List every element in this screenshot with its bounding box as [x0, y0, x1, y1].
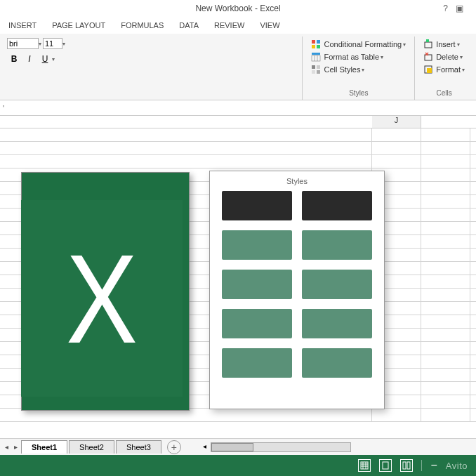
format-icon	[423, 65, 433, 74]
insert-button[interactable]: Insert ▾	[421, 38, 468, 51]
bold-button[interactable]: B	[7, 52, 21, 66]
excel-x-icon: X	[66, 226, 138, 371]
svg-rect-2	[312, 45, 315, 48]
svg-rect-24	[383, 462, 388, 469]
svg-rect-3	[317, 45, 320, 48]
page-break-view-button[interactable]	[400, 459, 413, 472]
title-bar: New Workbook - Excel ? ▣	[0, 0, 476, 17]
font-group: ▾ ▾ B I U ▾	[3, 37, 70, 100]
svg-rect-5	[312, 55, 320, 61]
style-swatches	[216, 191, 378, 378]
svg-rect-18	[427, 68, 432, 73]
style-swatch-green[interactable]	[302, 348, 372, 378]
font-size-select[interactable]	[43, 38, 62, 49]
horizontal-scrollbar[interactable]: ◂	[211, 442, 351, 452]
zoom-out-icon[interactable]: −	[430, 459, 437, 472]
tab-view[interactable]: VIEW	[260, 21, 279, 29]
format-as-table-button[interactable]: Format as Table ▾	[308, 51, 409, 63]
scroll-left-icon[interactable]: ◂	[203, 442, 206, 450]
tab-page-layout[interactable]: PAGE LAYOUT	[52, 21, 105, 29]
italic-button[interactable]: I	[22, 52, 37, 66]
styles-popup-title: Styles	[216, 177, 378, 185]
svg-rect-10	[312, 70, 315, 74]
chevron-down-icon: ▾	[462, 67, 465, 73]
cell-styles-icon	[311, 65, 321, 74]
apostrophe-indicator: '	[3, 104, 4, 112]
chevron-down-icon: ▾	[457, 41, 460, 48]
grid-row[interactable]	[0, 155, 476, 168]
chevron-down-icon: ▾	[460, 54, 463, 60]
scroll-thumb[interactable]	[211, 443, 253, 451]
conditional-formatting-button[interactable]: Conditional Formatting ▾	[308, 38, 409, 51]
help-icon[interactable]: ?	[443, 4, 448, 13]
tab-review[interactable]: REVIEW	[214, 21, 244, 29]
sheet-tab-1[interactable]: Sheet1	[21, 440, 67, 454]
cell-styles-button[interactable]: Cell Styles ▾	[308, 63, 409, 76]
chevron-down-icon: ▾	[381, 54, 383, 60]
svg-rect-19	[361, 462, 368, 469]
style-swatch-dark[interactable]	[302, 191, 372, 220]
style-swatch-green[interactable]	[222, 230, 292, 260]
style-swatch-dark[interactable]	[222, 191, 292, 220]
ribbon: ▾ ▾ B I U ▾ Conditional Formatting ▾ For…	[0, 34, 476, 100]
chevron-down-icon: ▾	[403, 41, 406, 48]
svg-rect-12	[425, 42, 432, 48]
page-layout-view-button[interactable]	[379, 459, 392, 472]
font-name-select[interactable]	[7, 38, 39, 49]
tab-nav-prev-icon[interactable]: ◂	[3, 443, 11, 451]
conditional-formatting-icon	[311, 39, 321, 49]
column-headers: J	[0, 116, 476, 128]
svg-rect-0	[312, 40, 315, 44]
tab-data[interactable]: DATA	[179, 21, 199, 29]
format-button[interactable]: Format ▾	[421, 63, 468, 76]
tab-insert[interactable]: INSERT	[8, 21, 37, 29]
tab-formulas[interactable]: FORMULAS	[121, 21, 164, 29]
style-swatch-green[interactable]	[222, 270, 292, 299]
new-sheet-button[interactable]: +	[167, 440, 181, 454]
formula-bar[interactable]: '	[0, 100, 476, 116]
window-title: New Workbook - Excel	[195, 4, 280, 13]
sheet-tab-2[interactable]: Sheet2	[69, 440, 114, 454]
grid-row[interactable]	[0, 142, 476, 155]
logo-front-panel: X	[21, 200, 183, 397]
svg-rect-8	[312, 65, 315, 69]
insert-icon	[423, 39, 433, 49]
sheet-tabs-bar: ◂ ▸ Sheet1 Sheet2 Sheet3 + ◂	[0, 438, 476, 455]
chevron-down-icon[interactable]: ▾	[39, 41, 41, 47]
cells-group-label: Cells	[421, 89, 468, 98]
styles-gallery-popup: Styles	[209, 171, 385, 409]
table-icon	[311, 52, 321, 62]
underline-button[interactable]: U	[38, 52, 52, 66]
delete-icon	[423, 52, 433, 62]
chevron-down-icon[interactable]: ▾	[52, 56, 55, 62]
sheet-tab-3[interactable]: Sheet3	[116, 440, 161, 454]
delete-button[interactable]: Delete ▾	[421, 51, 468, 63]
ribbon-tabs: INSERT PAGE LAYOUT FORMULAS DATA REVIEW …	[0, 17, 476, 34]
style-swatch-green[interactable]	[302, 309, 372, 338]
style-swatch-green[interactable]	[222, 348, 292, 378]
col-header-j[interactable]: J	[372, 116, 421, 128]
normal-view-button[interactable]	[358, 459, 371, 472]
style-swatch-green[interactable]	[302, 270, 372, 299]
svg-rect-13	[426, 39, 429, 42]
watermark: Avito	[446, 461, 468, 471]
excel-logo: X	[21, 172, 204, 425]
svg-rect-1	[317, 40, 320, 44]
style-swatch-green[interactable]	[302, 230, 372, 260]
status-bar: − Avito	[0, 455, 476, 476]
sheet-area: J B Styles	[0, 116, 476, 439]
svg-rect-11	[317, 70, 320, 74]
tab-nav-next-icon[interactable]: ▸	[12, 443, 20, 451]
svg-rect-4	[312, 53, 320, 55]
col-spacer	[0, 116, 372, 128]
chevron-down-icon[interactable]: ▾	[62, 41, 65, 47]
style-swatch-green[interactable]	[222, 309, 292, 338]
svg-rect-25	[403, 462, 406, 469]
cells-group: Insert ▾ Delete ▾ Format ▾ Cells	[415, 37, 473, 100]
grid-row[interactable]	[0, 128, 476, 142]
svg-rect-26	[407, 462, 410, 469]
divider	[421, 460, 422, 471]
svg-rect-9	[317, 65, 320, 69]
styles-group-label: Styles	[308, 89, 409, 98]
restore-window-icon[interactable]: ▣	[456, 4, 463, 13]
